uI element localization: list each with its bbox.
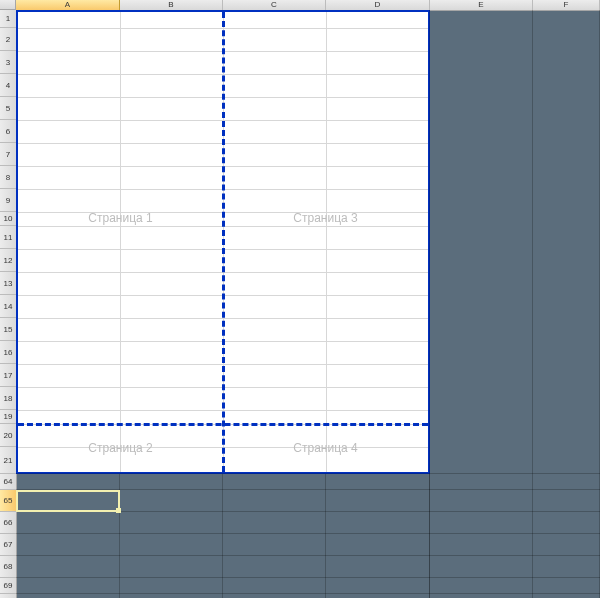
row-header-12[interactable]: 12 bbox=[0, 249, 16, 272]
row-header-17[interactable]: 17 bbox=[0, 364, 16, 387]
row-header-11[interactable]: 11 bbox=[0, 226, 16, 249]
row-header-13[interactable]: 13 bbox=[0, 272, 16, 295]
print-area[interactable]: Страница 1Страница 3Страница 2Страница 4 bbox=[16, 10, 430, 474]
row-header-65[interactable]: 65 bbox=[0, 490, 16, 512]
column-header-D[interactable]: D bbox=[326, 0, 430, 10]
row-header-68[interactable]: 68 bbox=[0, 556, 16, 578]
spreadsheet-page-break-preview: ABCDEF 123456789101112131415161718192021… bbox=[0, 0, 600, 598]
row-header-7[interactable]: 7 bbox=[0, 143, 16, 166]
row-header-64[interactable]: 64 bbox=[0, 474, 16, 490]
row-header-9[interactable]: 9 bbox=[0, 189, 16, 212]
row-header-21[interactable]: 21 bbox=[0, 447, 16, 474]
row-header-16[interactable]: 16 bbox=[0, 341, 16, 364]
column-header-F[interactable]: F bbox=[533, 0, 600, 10]
row-header-5[interactable]: 5 bbox=[0, 97, 16, 120]
row-header-69[interactable]: 69 bbox=[0, 578, 16, 594]
row-header-4[interactable]: 4 bbox=[0, 74, 16, 97]
row-header-6[interactable]: 6 bbox=[0, 120, 16, 143]
row-header-10[interactable]: 10 bbox=[0, 212, 16, 226]
row-headers: 1234567891011121314151617181920216465666… bbox=[0, 10, 17, 598]
row-header-14[interactable]: 14 bbox=[0, 295, 16, 318]
row-header-18[interactable]: 18 bbox=[0, 387, 16, 410]
row-header-15[interactable]: 15 bbox=[0, 318, 16, 341]
row-header-8[interactable]: 8 bbox=[0, 166, 16, 189]
column-header-C[interactable]: C bbox=[223, 0, 326, 10]
row-header-1[interactable]: 1 bbox=[0, 10, 16, 28]
vertical-page-break[interactable] bbox=[222, 12, 225, 472]
column-header-A[interactable]: A bbox=[16, 0, 120, 10]
row-header-20[interactable]: 20 bbox=[0, 424, 16, 447]
column-header-E[interactable]: E bbox=[430, 0, 533, 10]
column-header-B[interactable]: B bbox=[120, 0, 223, 10]
row-header-67[interactable]: 67 bbox=[0, 534, 16, 556]
row-header-66[interactable]: 66 bbox=[0, 512, 16, 534]
row-header-2[interactable]: 2 bbox=[0, 28, 16, 51]
row-header-3[interactable]: 3 bbox=[0, 51, 16, 74]
horizontal-page-break[interactable] bbox=[18, 423, 428, 426]
active-cell[interactable] bbox=[16, 490, 120, 512]
row-header-19[interactable]: 19 bbox=[0, 410, 16, 424]
select-all-corner[interactable] bbox=[0, 0, 16, 10]
